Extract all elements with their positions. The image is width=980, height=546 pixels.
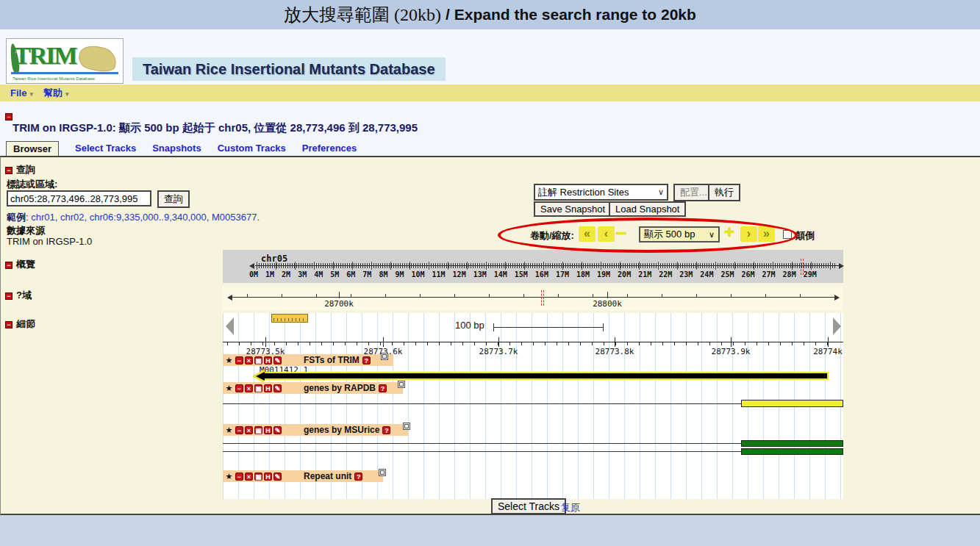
share-track-icon[interactable]: ▣ [254,356,262,364]
collapse-track-icon[interactable]: − [235,384,243,392]
region-track[interactable]: 28700k 28800k [223,287,843,311]
example-link[interactable]: chr06:9,335,000..9,340,000 [90,212,212,223]
highlight-track-icon[interactable]: H [264,356,272,364]
close-track-icon[interactable]: × [245,384,253,392]
track-title[interactable]: genes by RAPDB [304,383,376,393]
collapse-icon[interactable]: − [5,113,12,121]
collapse-track-icon[interactable]: − [235,426,243,434]
flip-checkbox[interactable] [783,230,792,239]
close-track-icon[interactable]: × [245,356,253,364]
reset-link[interactable]: 复原 [561,501,580,514]
tick-label: 17M [556,270,569,279]
select-tracks-button[interactable]: Select Tracks [491,498,566,514]
logo-word: TRIM [14,42,76,70]
example-link[interactable]: chr01 [31,212,60,223]
popup-icon[interactable] [398,381,405,388]
collapse-icon[interactable]: − [5,321,12,328]
zoom-out-button[interactable]: − [615,222,626,245]
collapse-track-icon[interactable]: − [235,473,243,481]
gene-feature-rapdb[interactable] [741,400,843,407]
tick-label: 2M [282,270,290,279]
pan-left-button[interactable]: ‹ [598,226,615,242]
show-range-select[interactable]: 顯示 500 bp ∨ [639,226,720,243]
tick-label: 24M [700,270,713,279]
close-track-icon[interactable]: × [245,426,253,434]
favorite-star-icon[interactable]: ★ [224,384,234,392]
popup-icon[interactable] [379,469,386,476]
ruler-right-arrow [839,263,844,269]
collapse-track-icon[interactable]: − [235,356,243,364]
track-help-icon[interactable]: ? [379,384,387,392]
close-track-icon[interactable]: × [245,473,253,481]
logo-caption: Taiwan Rice Insertional Mutants Database [12,76,95,81]
tab-preferences[interactable]: Preferences [302,143,357,156]
pan-right-button[interactable] [833,317,841,335]
section-overview: −概覽 [5,258,35,271]
pan-right-button[interactable]: › [740,226,757,242]
fst-feature-arrow[interactable] [264,373,827,378]
favorite-star-icon[interactable]: ★ [224,426,234,434]
collapse-icon[interactable]: − [5,167,12,174]
track-title[interactable]: Repeat unit [304,471,351,481]
favorite-star-icon[interactable]: ★ [224,356,234,364]
scale-bar [493,323,604,331]
pan-far-right-button[interactable]: » [758,226,775,242]
overview-track[interactable]: chr05 0M1M2M3M4M5M6M7M8M9M10M11M12M13M14… [223,250,843,283]
configure-track-icon[interactable]: ✎ [273,426,282,434]
tab-select-tracks[interactable]: Select Tracks [75,143,136,156]
highlight-track-icon[interactable]: H [264,426,272,434]
configure-track-icon[interactable]: ✎ [273,384,282,392]
example-link[interactable]: chr02 [60,212,90,223]
gene-feature-msurice[interactable] [741,448,843,455]
popup-icon[interactable] [381,353,388,360]
details-track-panel[interactable]: 100 bp 28773.5k 28773.6k 28773.7k 28773.… [223,313,843,499]
menu-help[interactable]: 幫助▾ [43,87,69,100]
track-help-icon[interactable]: ? [362,356,371,364]
highlight-track-icon[interactable]: H [264,473,272,481]
collapse-icon[interactable]: − [5,292,12,300]
gene-feature-msurice[interactable] [741,440,843,447]
pan-left-button[interactable] [226,317,234,335]
go-button[interactable]: 執行 [708,184,740,201]
examples-line: 範例: chr01chr02chr06:9,335,000..9,340,000… [7,211,260,224]
track-title[interactable]: genes by MSUrice [304,425,379,435]
tick-label: 13M [473,270,487,279]
region-ruler-ticks [247,294,820,298]
details-ruler-ticks [227,342,839,345]
highlight-track-icon[interactable]: H [264,384,272,392]
tab-browser[interactable]: Browser [6,141,59,157]
measure-ruler-icon[interactable] [271,314,308,323]
tab-custom-tracks[interactable]: Custom Tracks [218,143,286,156]
save-snapshot-button[interactable]: Save Snapshot [534,201,612,217]
search-button[interactable]: 查詢 [157,190,190,208]
configure-track-icon[interactable]: ✎ [273,356,282,364]
landmark-input[interactable] [7,190,151,206]
collapse-icon[interactable]: − [5,262,12,269]
ruler-left-arrow [249,263,254,269]
scale-label: 100 bp [455,320,484,331]
region-tick-label: 28700k [324,299,354,309]
share-track-icon[interactable]: ▣ [254,473,262,481]
configure-track-icon[interactable]: ✎ [273,473,282,481]
tick-label: 10M [411,270,424,279]
share-track-icon[interactable]: ▣ [254,384,262,392]
popup-icon[interactable] [403,423,410,430]
track-help-icon[interactable]: ? [354,473,362,481]
track-title[interactable]: FSTs of TRIM [304,355,360,365]
tick-label: 26M [741,270,754,279]
menu-file[interactable]: File▾ [10,87,33,98]
trim-logo[interactable]: TRIM Taiwan Rice Insertional Mutants Dat… [6,38,124,84]
example-link[interactable]: M0053677 [212,212,260,223]
chevron-down-icon: ▾ [29,90,33,98]
favorite-star-icon[interactable]: ★ [224,473,234,481]
zoom-in-button[interactable]: + [724,222,734,243]
share-track-icon[interactable]: ▣ [254,426,262,434]
chevron-down-icon: ▾ [65,90,69,98]
annotate-select[interactable]: 註解 Restriction Sites ∨ [534,184,668,201]
pan-far-left-button[interactable]: « [579,226,595,242]
tick-label: 4M [314,270,323,279]
track-help-icon[interactable]: ? [382,426,390,434]
load-snapshot-button[interactable]: Load Snapshot [609,201,686,217]
tick-label: 16M [535,270,548,279]
tab-snapshots[interactable]: Snapshots [152,143,201,156]
